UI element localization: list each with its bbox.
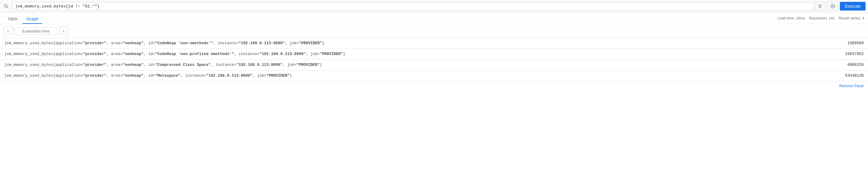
value-cell: 15037952	[837, 49, 868, 60]
label-bold: "CodeHeap 'non-profiled nmethods'"	[155, 52, 234, 56]
label-bold: "provider"	[83, 41, 106, 46]
value-cell: 53448120	[837, 71, 868, 81]
result-series: Result series: 4	[839, 16, 864, 20]
table-row: jvm_memory_used_bytes{application="provi…	[0, 60, 868, 71]
execute-button[interactable]: Execute	[840, 2, 866, 10]
label-key: job	[287, 63, 294, 67]
metric-cell: jvm_memory_used_bytes{application="provi…	[0, 71, 837, 81]
label-key: job	[290, 41, 297, 46]
label-bold: "provider"	[83, 74, 106, 78]
label-key: instance	[218, 41, 236, 46]
label-key: instance	[185, 74, 204, 78]
footer-row: Remove Panel	[0, 81, 868, 91]
label-key: job	[310, 52, 317, 56]
label-bold: "PROVIDER"	[299, 41, 322, 46]
value-cell: 6906328	[837, 60, 868, 71]
label-bold: "192.168.0.113:8000"	[206, 74, 252, 78]
table-row: jvm_memory_used_bytes{application="provi…	[0, 71, 868, 81]
label-key: instance	[215, 63, 234, 67]
label-key: id	[148, 63, 153, 67]
meta-info: Load time: 16ms Resolution: 14s Result s…	[777, 16, 864, 22]
label-bold: "Compressed Class Space"	[155, 63, 211, 67]
label-bold: "PROVIDER"	[267, 74, 290, 78]
label-bold: "provider"	[83, 52, 106, 56]
label-bold: "nonheap"	[123, 63, 144, 67]
label-bold: "PROVIDER"	[297, 63, 320, 67]
label-key: application	[55, 41, 81, 46]
search-bar: Execute	[0, 0, 868, 13]
load-time: Load time: 16ms	[777, 16, 805, 20]
tabs-left: Table Graph	[4, 15, 42, 24]
label-key: area	[111, 41, 120, 46]
metric-name: jvm_memory_used_bytes	[4, 74, 53, 78]
label-key: instance	[239, 52, 257, 56]
label-key: application	[55, 74, 81, 78]
next-time-button[interactable]: ›	[59, 27, 68, 35]
results-table: jvm_memory_used_bytes{application="provi…	[0, 38, 868, 81]
prev-time-button[interactable]: ‹	[4, 27, 12, 35]
label-key: id	[148, 74, 153, 78]
label-key: id	[148, 41, 153, 46]
settings-button[interactable]	[828, 2, 838, 10]
value-cell: 1309568	[837, 38, 868, 49]
eval-time-label: Evaluation time	[14, 27, 58, 35]
metric-cell: jvm_memory_used_bytes{application="provi…	[0, 49, 837, 60]
label-bold: "nonheap"	[123, 74, 144, 78]
eval-row: ‹ Evaluation time ›	[0, 24, 868, 38]
label-bold: "192.168.0.113:8000"	[239, 41, 285, 46]
metric-name: jvm_memory_used_bytes	[4, 63, 53, 67]
svg-line-1	[7, 7, 8, 8]
label-bold: "CodeHeap 'non-nmethods'"	[155, 41, 213, 46]
resolution: Resolution: 14s	[809, 16, 835, 20]
tab-graph[interactable]: Graph	[23, 15, 42, 24]
label-key: application	[55, 63, 81, 67]
label-key: job	[257, 74, 264, 78]
label-bold: "192.168.0.113:8000"	[236, 63, 282, 67]
format-button[interactable]	[815, 2, 826, 10]
label-bold: "nonheap"	[123, 41, 144, 46]
label-bold: "nonheap"	[123, 52, 144, 56]
metric-cell: jvm_memory_used_bytes{application="provi…	[0, 38, 837, 49]
label-bold: "provider"	[83, 63, 106, 67]
query-input[interactable]	[12, 2, 813, 10]
label-key: area	[111, 63, 120, 67]
label-bold: "PROVIDER"	[320, 52, 343, 56]
label-key: application	[55, 52, 81, 56]
label-key: area	[111, 74, 120, 78]
table-row: jvm_memory_used_bytes{application="provi…	[0, 38, 868, 49]
label-bold: "Metaspace"	[155, 74, 181, 78]
search-icon	[2, 4, 10, 9]
svg-point-6	[832, 5, 833, 7]
table-row: jvm_memory_used_bytes{application="provi…	[0, 49, 868, 60]
label-key: id	[148, 52, 153, 56]
metric-cell: jvm_memory_used_bytes{application="provi…	[0, 60, 837, 71]
tab-table[interactable]: Table	[4, 15, 21, 24]
remove-panel-link[interactable]: Remove Panel	[839, 84, 864, 88]
label-key: area	[111, 52, 120, 56]
label-bold: "192.168.0.113:8000"	[259, 52, 306, 56]
tabs-row: Table Graph Load time: 16ms Resolution: …	[0, 13, 868, 24]
metric-name: jvm_memory_used_bytes	[4, 52, 53, 56]
metric-name: jvm_memory_used_bytes	[4, 41, 53, 46]
